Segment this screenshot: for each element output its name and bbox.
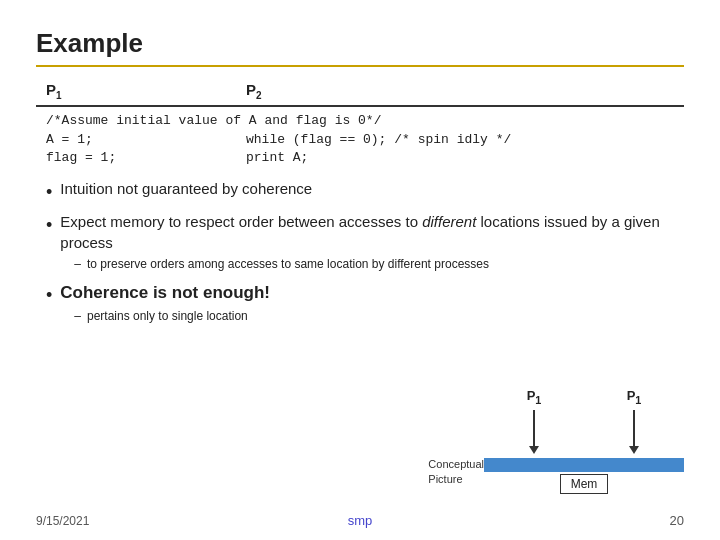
sub-bullet-text-3-1: pertains only to single location bbox=[87, 309, 248, 325]
sub-dash-2-1: – bbox=[74, 257, 81, 273]
sub-dash-3-1: – bbox=[74, 309, 81, 325]
arrow-down-2 bbox=[629, 410, 639, 454]
diagram-p1-label: P1 bbox=[527, 388, 542, 406]
bullet-dot-1: • bbox=[46, 180, 52, 204]
code-row-2: flag = 1; print A; bbox=[46, 150, 684, 165]
sub-bullet-3-1: – pertains only to single location bbox=[74, 309, 684, 325]
col-p1-label: P1 bbox=[46, 81, 246, 101]
conceptual-line2: Picture bbox=[428, 473, 462, 485]
sub-bullets-2: – to preserve orders among accesses to s… bbox=[74, 257, 684, 273]
arrow-down-1 bbox=[529, 410, 539, 454]
diagram-arrows-row bbox=[484, 410, 684, 454]
code-left-2: flag = 1; bbox=[46, 150, 246, 165]
bullet-text-1: Intuition not guaranteed by coherence bbox=[60, 179, 684, 199]
col-p2-label: P2 bbox=[246, 81, 684, 101]
footer-center: smp bbox=[116, 512, 604, 528]
title-divider bbox=[36, 65, 684, 67]
arrow-head-2 bbox=[629, 446, 639, 454]
code-right-1: while (flag == 0); /* spin idly */ bbox=[246, 132, 684, 147]
arrow-line-2 bbox=[633, 410, 635, 446]
diagram-bar bbox=[484, 458, 684, 472]
columns-divider bbox=[36, 105, 684, 107]
coherence-text: Coherence is not enough! bbox=[60, 283, 270, 302]
comment-text: /*Assume initial value of A and flag is … bbox=[46, 113, 381, 128]
bullets: • Intuition not guaranteed by coherence … bbox=[36, 179, 684, 327]
bullet-dot-3: • bbox=[46, 283, 52, 307]
conceptual-line1: Conceptual bbox=[428, 458, 484, 470]
code-row-1: A = 1; while (flag == 0); /* spin idly *… bbox=[46, 132, 684, 147]
columns-header: P1 P2 bbox=[36, 81, 684, 101]
bullet-text-2: Expect memory to respect order between a… bbox=[60, 212, 684, 274]
slide-title: Example bbox=[36, 28, 684, 59]
arrow-line-1 bbox=[533, 410, 535, 446]
footer-date: 9/15/2021 bbox=[36, 514, 116, 528]
diagram-p2-label: P1 bbox=[627, 388, 642, 406]
bullet-1: • Intuition not guaranteed by coherence bbox=[46, 179, 684, 204]
code-right-2: print A; bbox=[246, 150, 684, 165]
sub-bullet-2-1: – to preserve orders among accesses to s… bbox=[74, 257, 684, 273]
bullet-3: • Coherence is not enough! – pertains on… bbox=[46, 282, 684, 327]
comment-row: /*Assume initial value of A and flag is … bbox=[36, 113, 684, 128]
arrow-head-1 bbox=[529, 446, 539, 454]
sub-bullet-text-2-1: to preserve orders among accesses to sam… bbox=[87, 257, 489, 273]
mem-box: Mem bbox=[560, 474, 609, 494]
italic-different: different bbox=[422, 213, 476, 230]
footer: 9/15/2021 smp 20 bbox=[0, 512, 720, 528]
bullet-dot-2: • bbox=[46, 213, 52, 237]
conceptual-picture-label: Conceptual Picture bbox=[428, 457, 484, 486]
slide: Example P1 P2 /*Assume initial value of … bbox=[0, 0, 720, 540]
code-section: A = 1; while (flag == 0); /* spin idly *… bbox=[36, 132, 684, 165]
code-left-1: A = 1; bbox=[46, 132, 246, 147]
diagram-mem-row: Mem bbox=[484, 474, 684, 494]
sub-bullets-3: – pertains only to single location bbox=[74, 309, 684, 325]
footer-page: 20 bbox=[604, 513, 684, 528]
diagram-labels-row: P1 P1 bbox=[484, 388, 684, 406]
footer-smp: smp bbox=[348, 513, 373, 528]
diagram-area: P1 P1 Mem bbox=[484, 388, 684, 488]
bullet-text-3: Coherence is not enough! – pertains only… bbox=[60, 282, 684, 327]
bullet-2: • Expect memory to respect order between… bbox=[46, 212, 684, 274]
